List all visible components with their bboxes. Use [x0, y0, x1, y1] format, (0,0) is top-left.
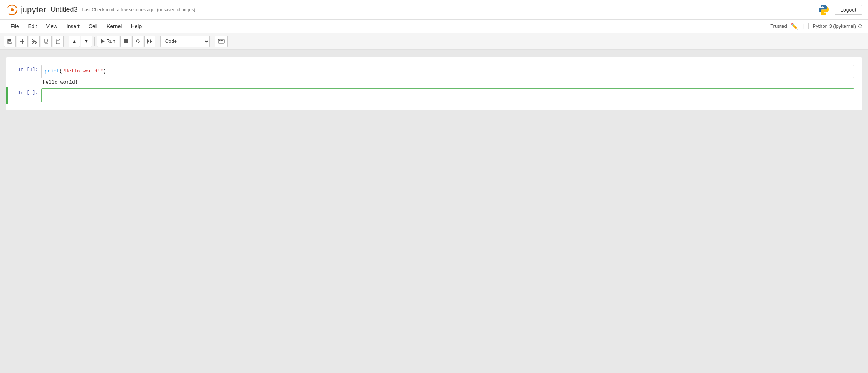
jupyter-brand-text: jupyter — [20, 5, 47, 15]
play-icon — [101, 39, 105, 44]
logout-button[interactable]: Logout — [835, 5, 862, 15]
separator-4 — [212, 37, 212, 46]
restart-button[interactable] — [132, 36, 143, 47]
menu-edit[interactable]: Edit — [24, 22, 42, 31]
cell-type-select[interactable]: Code Markdown Raw NBConvert Heading — [160, 36, 210, 47]
cell-1-prompt: In [1]: — [8, 65, 41, 72]
menu-items: File Edit View Insert Cell Kernel Help — [6, 22, 146, 31]
svg-rect-17 — [57, 39, 59, 40]
svg-marker-22 — [150, 39, 152, 44]
trusted-label[interactable]: Trusted — [770, 23, 787, 29]
svg-rect-24 — [219, 40, 220, 41]
menu-help[interactable]: Help — [126, 22, 146, 31]
notebook-area: In [1]: print("Hello world!") Hello worl… — [0, 50, 868, 118]
svg-point-1 — [11, 8, 14, 11]
menu-cell[interactable]: Cell — [84, 22, 102, 31]
svg-point-3 — [824, 12, 825, 13]
cell-1: In [1]: print("Hello world!") Hello worl… — [6, 63, 862, 87]
fast-forward-button[interactable] — [144, 36, 155, 47]
cut-button[interactable] — [29, 36, 40, 47]
jupyter-logo-icon — [6, 4, 18, 16]
keyboard-shortcuts-button[interactable] — [215, 36, 228, 47]
stop-button[interactable] — [120, 36, 131, 47]
paste-button[interactable] — [53, 36, 64, 47]
kernel-info: Python 3 (ipykernel) — [808, 23, 862, 29]
stop-icon — [124, 39, 128, 44]
svg-marker-21 — [147, 39, 149, 44]
save-icon — [7, 38, 13, 44]
cell-2-prompt: In [ ]: — [8, 88, 41, 95]
copy-button[interactable] — [41, 36, 52, 47]
add-cell-button[interactable] — [17, 36, 28, 47]
menu-view[interactable]: View — [42, 22, 62, 31]
run-button[interactable]: Run — [97, 36, 119, 47]
cell-1-content[interactable]: print("Hello world!") Hello world! — [41, 65, 854, 85]
kernel-status-circle — [858, 24, 862, 28]
toolbar: ▲ ▼ Run Code Markdown Raw NBConvert Head… — [0, 33, 868, 50]
keyword-print: print — [45, 68, 59, 74]
copy-icon — [44, 39, 49, 44]
empty-input — [45, 91, 851, 100]
separator-2 — [94, 37, 95, 46]
cell-2-content[interactable] — [41, 88, 854, 102]
top-bar-right: Logout — [817, 3, 862, 16]
jupyter-logo: jupyter — [6, 4, 47, 16]
svg-rect-23 — [218, 39, 224, 43]
svg-rect-5 — [8, 39, 11, 41]
svg-rect-6 — [8, 42, 11, 43]
cell-1-inner: In [1]: print("Hello world!") Hello worl… — [8, 63, 862, 87]
paren-close: ) — [103, 68, 106, 74]
menu-right: Trusted ✏️ | Python 3 (ipykernel) — [770, 23, 862, 30]
string-hello: "Hello world!" — [62, 68, 103, 74]
restart-icon — [135, 39, 140, 44]
menu-bar: File Edit View Insert Cell Kernel Help T… — [0, 20, 868, 33]
svg-rect-15 — [44, 39, 47, 42]
cell-2-input[interactable] — [41, 88, 854, 102]
menu-file[interactable]: File — [6, 22, 24, 31]
paren-open: ( — [59, 68, 62, 74]
menu-kernel[interactable]: Kernel — [102, 22, 126, 31]
svg-rect-19 — [124, 39, 128, 43]
notebook-title[interactable]: Untitled3 — [51, 6, 78, 14]
cell-2-inner: In [ ]: — [8, 87, 862, 104]
cell-2: In [ ]: — [6, 87, 862, 104]
keyboard-icon — [218, 39, 225, 44]
svg-rect-25 — [220, 40, 222, 41]
move-up-button[interactable]: ▲ — [69, 36, 80, 47]
svg-marker-18 — [101, 39, 105, 44]
fast-forward-icon — [147, 39, 152, 44]
svg-point-2 — [822, 6, 823, 7]
top-bar: jupyter Untitled3 Last Checkpoint: a few… — [0, 0, 868, 20]
cell-1-output: Hello world! — [41, 80, 854, 85]
move-down-button[interactable]: ▼ — [81, 36, 92, 47]
cell-1-input[interactable]: print("Hello world!") — [41, 65, 854, 78]
separator-3 — [158, 37, 158, 46]
svg-rect-27 — [219, 42, 223, 42]
kernel-name: Python 3 (ipykernel) — [812, 23, 856, 29]
scissors-icon — [32, 39, 37, 44]
menu-insert[interactable]: Insert — [62, 22, 84, 31]
pencil-icon[interactable]: ✏️ — [791, 23, 798, 30]
checkpoint-info: Last Checkpoint: a few seconds ago (unsa… — [82, 7, 196, 12]
cursor-caret — [45, 93, 45, 98]
top-bar-left: jupyter Untitled3 Last Checkpoint: a few… — [6, 4, 195, 16]
save-button[interactable] — [4, 36, 16, 47]
notebook-container: In [1]: print("Hello world!") Hello worl… — [6, 57, 862, 110]
paste-icon — [56, 39, 61, 44]
svg-rect-26 — [222, 40, 223, 41]
separator-1 — [66, 37, 66, 46]
plus-icon — [20, 39, 25, 44]
python-logo-icon — [817, 3, 830, 16]
run-label: Run — [106, 38, 115, 44]
